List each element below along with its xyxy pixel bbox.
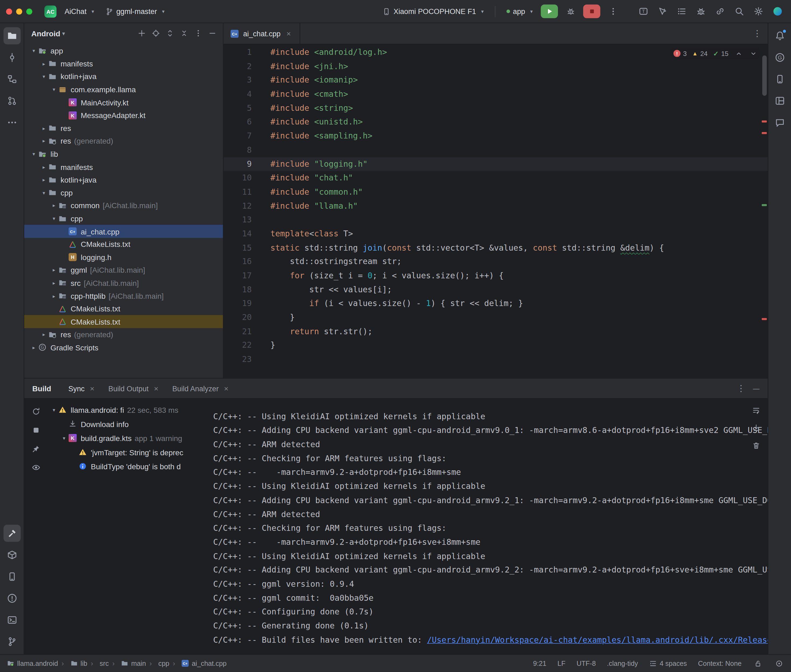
editor-tab[interactable]: C+ ai_chat.cpp (223, 23, 300, 44)
line-number[interactable]: 7 (223, 129, 252, 143)
status-bar-widget[interactable]: 4 spaces (649, 660, 687, 667)
console-link[interactable]: /Users/hanyin/Workspace/ai-chat/examples… (427, 635, 768, 645)
line-number[interactable]: 19 (223, 297, 252, 310)
panel-header-button[interactable] (164, 27, 176, 40)
line-number[interactable]: 8 (223, 143, 252, 157)
tree-item[interactable]: CMakeLists.txt (24, 238, 223, 251)
breadcrumb-item[interactable]: lib (62, 660, 87, 667)
code-line[interactable]: 2 #include <jni.h> (223, 59, 768, 74)
tool-window-button[interactable] (771, 114, 788, 131)
tree-item[interactable]: llama.android: fi 22 sec, 583 ms (47, 403, 191, 417)
run-configuration-selector[interactable]: app (503, 5, 536, 18)
run-control-button[interactable] (732, 4, 747, 19)
code-line[interactable]: 23 (223, 352, 768, 366)
tool-window-button[interactable] (3, 92, 21, 109)
expand-chevron-icon[interactable] (39, 74, 48, 80)
tool-window-button[interactable] (3, 546, 21, 564)
line-number[interactable]: 17 (223, 269, 252, 283)
tool-window-button[interactable]: G (771, 49, 788, 66)
run-control-button[interactable] (562, 5, 579, 18)
code-line[interactable]: 17 for (size_t i = 0; i < values.size();… (223, 269, 768, 283)
tree-item[interactable]: lib (24, 148, 223, 160)
tool-window-button[interactable] (3, 114, 21, 131)
tree-item[interactable]: kotlin+java (24, 70, 223, 83)
code-line[interactable]: 13 (223, 213, 768, 227)
code-line[interactable]: 16 std::ostringstream str; (223, 254, 768, 269)
line-number[interactable]: 16 (223, 254, 252, 269)
code-line[interactable]: 21 return str.str(); (223, 325, 768, 339)
code-line[interactable]: 22 } (223, 339, 768, 352)
run-control-button[interactable] (604, 5, 621, 18)
tree-item[interactable]: K MessageAdapter.kt (24, 109, 223, 122)
panel-header-button[interactable] (178, 27, 191, 40)
tree-item[interactable]: com.example.llama (24, 83, 223, 96)
expand-chevron-icon[interactable] (50, 216, 59, 221)
tree-item[interactable]: cpp-httplib [AiChat.lib.main] (24, 290, 223, 302)
minimize-window-button[interactable] (16, 8, 22, 14)
expand-chevron-icon[interactable] (39, 190, 48, 195)
build-panel-tab[interactable]: Sync (63, 382, 101, 395)
close-icon[interactable] (222, 384, 230, 392)
line-number[interactable]: 11 (223, 185, 252, 199)
tree-item[interactable]: K build.gradle.kts app 1 warning (47, 431, 191, 445)
close-icon[interactable] (88, 384, 96, 392)
tree-item[interactable]: G Gradle Scripts (24, 341, 223, 354)
close-icon[interactable] (284, 30, 292, 38)
line-number[interactable]: 10 (223, 171, 252, 185)
tree-item[interactable]: CMakeLists.txt (24, 302, 223, 315)
tool-window-button[interactable] (771, 27, 788, 44)
panel-header-button[interactable] (206, 27, 219, 40)
passed-count[interactable]: 15 (713, 50, 728, 57)
line-number[interactable]: 12 (223, 199, 252, 213)
status-bar-icon-button[interactable] (753, 658, 763, 668)
code-line[interactable]: 15 static std::string join(const std::ve… (223, 241, 768, 254)
build-options-button[interactable] (735, 382, 748, 395)
code-line[interactable]: 10 #include "chat.h" (223, 171, 768, 185)
tool-window-button[interactable] (3, 611, 21, 629)
expand-chevron-icon[interactable] (29, 151, 39, 157)
status-bar-widget[interactable]: .clang-tidy (607, 660, 638, 667)
tree-item[interactable]: res (24, 122, 223, 135)
code-line[interactable]: 6 #include <unistd.h> (223, 115, 768, 129)
tree-item[interactable]: manifests (24, 57, 223, 70)
line-number[interactable]: 6 (223, 115, 252, 129)
panel-header-button[interactable] (192, 27, 205, 40)
tool-window-button[interactable] (3, 27, 21, 44)
line-number[interactable]: 13 (223, 213, 252, 227)
tree-item[interactable]: H logging.h (24, 251, 223, 264)
line-number[interactable]: 23 (223, 352, 252, 366)
line-number[interactable]: 2 (223, 59, 252, 74)
expand-chevron-icon[interactable] (50, 293, 59, 299)
breadcrumb-item[interactable]: llama.android (7, 660, 58, 667)
expand-chevron-icon[interactable] (50, 280, 59, 286)
run-control-button[interactable] (712, 4, 727, 19)
code-line[interactable]: 14 template<class T> (223, 227, 768, 241)
panel-header-button[interactable] (749, 421, 763, 435)
tree-item[interactable]: BuildType 'debug' is both d (47, 459, 191, 473)
expand-chevron-icon[interactable] (39, 177, 48, 182)
run-control-button[interactable] (751, 4, 766, 19)
line-number[interactable]: 14 (223, 227, 252, 241)
code-line[interactable]: 11 #include "common.h" (223, 185, 768, 199)
tool-window-button[interactable] (3, 49, 21, 66)
line-number[interactable]: 1 (223, 45, 252, 59)
expand-chevron-icon[interactable] (59, 435, 69, 441)
close-icon[interactable] (152, 384, 160, 392)
expand-chevron-icon[interactable] (50, 87, 59, 93)
branch-selector[interactable]: ggml-master (102, 5, 168, 18)
build-panel-tab[interactable]: Build Output (103, 382, 165, 395)
expand-chevron-icon[interactable] (39, 138, 48, 144)
line-number[interactable]: 5 (223, 101, 252, 115)
line-number[interactable]: 22 (223, 339, 252, 352)
run-control-button[interactable] (583, 5, 600, 18)
code-line[interactable]: 12 #include "llama.h" (223, 199, 768, 213)
expand-chevron-icon[interactable] (39, 61, 48, 67)
breadcrumb-item[interactable]: src (91, 660, 109, 667)
tree-item[interactable]: C+ ai_chat.cpp (24, 225, 223, 238)
tool-window-button[interactable] (3, 568, 21, 585)
tree-item[interactable]: Download info (47, 417, 191, 431)
build-panel-tab[interactable]: Build Analyzer (167, 382, 235, 395)
code-line[interactable]: 19 if (i < values.size() - 1) { str << d… (223, 297, 768, 310)
expand-chevron-icon[interactable] (39, 125, 48, 131)
tree-item[interactable]: common [AiChat.lib.main] (24, 199, 223, 212)
